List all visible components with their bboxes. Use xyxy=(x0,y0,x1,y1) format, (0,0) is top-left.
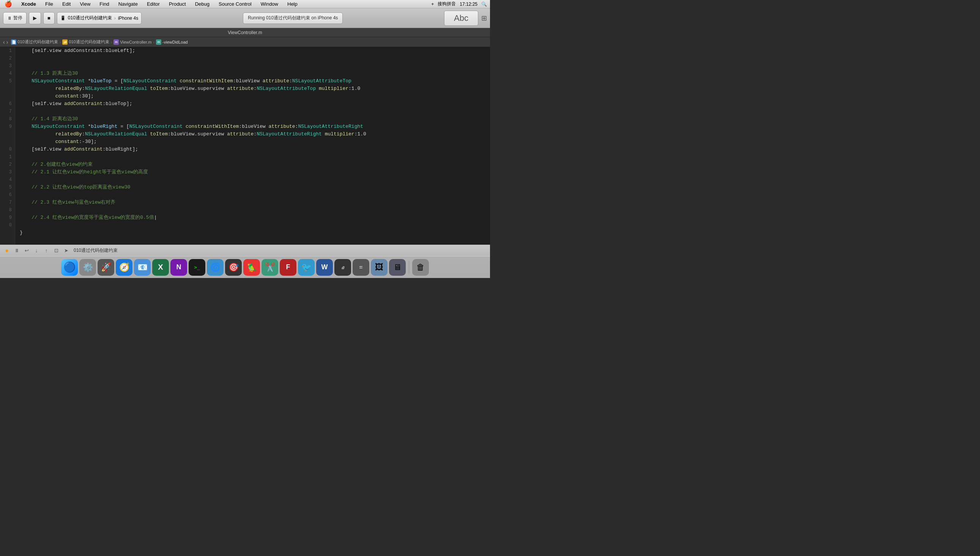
run-icon: ▶ xyxy=(33,15,37,21)
code-line-15: // 2.2 让红色view的top距离蓝色view30 xyxy=(20,184,490,191)
menu-bar-right: + 接狗拼音 17:12:25 🔍 xyxy=(431,1,487,7)
dock-safari[interactable]: 🧭 xyxy=(116,259,133,276)
breadcrumb-label-4: -viewDidLoad xyxy=(162,40,188,44)
status-text: Running 010通过代码创建约束 on iPhone 4s xyxy=(248,15,338,21)
menu-xcode[interactable]: Xcode xyxy=(20,1,37,7)
code-line-3 xyxy=(20,62,490,70)
menu-editor[interactable]: Editor xyxy=(145,1,161,7)
code-line-9: NSLayoutConstraint *blueRight = [NSLayou… xyxy=(20,123,490,131)
chevron-icon: › xyxy=(114,16,116,21)
code-line-8: // 1.4 距离右边30 xyxy=(20,115,490,123)
dock-app2[interactable]: 🎯 xyxy=(225,259,242,276)
code-editor[interactable]: 1 2 3 4 5 6 7 8 9 0 1 2 3 4 5 6 7 8 9 0 xyxy=(0,47,490,245)
scheme-icon: 📱 xyxy=(60,16,66,21)
menu-view[interactable]: View xyxy=(78,1,92,7)
input-method[interactable]: 接狗拼音 xyxy=(437,1,456,7)
dock-mail[interactable]: 📧 xyxy=(134,259,151,276)
code-line-9c: constant:-30]; xyxy=(20,138,490,145)
menu-file[interactable]: File xyxy=(44,1,55,7)
menu-window[interactable]: Window xyxy=(259,1,280,7)
code-line-13: // 2.1 让红色view的height等于蓝色view的高度 xyxy=(20,168,490,176)
dock-app4[interactable]: 🐦 xyxy=(298,259,315,276)
run-button[interactable]: ▶ xyxy=(29,12,41,24)
dock-filezilla[interactable]: F xyxy=(280,259,296,276)
add-button[interactable]: + xyxy=(431,2,434,7)
code-line-9b: relatedBy:NSLayoutRelationEqual toItem:b… xyxy=(20,131,490,138)
layout-icon[interactable]: ⊡ xyxy=(52,247,60,254)
dock-onenote[interactable]: N xyxy=(170,259,187,276)
dock-word[interactable]: W xyxy=(316,259,333,276)
breadcrumb-item-4[interactable]: m -viewDidLoad xyxy=(156,39,188,45)
stop-button[interactable]: ■ xyxy=(43,12,55,24)
dock-excel[interactable]: X xyxy=(152,259,169,276)
breadcrumb-item-2[interactable]: 📁 010通过代码创建约束 xyxy=(62,39,109,45)
dock-calculator[interactable]: = xyxy=(353,259,369,276)
breadcrumb-back[interactable]: ‹ xyxy=(3,39,5,45)
code-line-6: [self.view addConstraint:blueTop]; xyxy=(20,100,490,108)
dock-preview[interactable]: 🖼 xyxy=(371,259,387,276)
menu-source-control[interactable]: Source Control xyxy=(217,1,253,7)
menu-find[interactable]: Find xyxy=(98,1,110,7)
layout-toggle[interactable]: ⊞ xyxy=(481,14,487,23)
menu-debug[interactable]: Debug xyxy=(194,1,211,7)
breadcrumb-forward[interactable]: › xyxy=(6,39,8,45)
device-name: iPhone 4s xyxy=(118,16,138,21)
menu-navigate[interactable]: Navigate xyxy=(117,1,139,7)
line-numbers: 1 2 3 4 5 6 7 8 9 0 1 2 3 4 5 6 7 8 9 0 xyxy=(0,47,15,245)
dock-system-preferences[interactable]: ⚙️ xyxy=(79,259,96,276)
pause-bottom-icon[interactable]: ⏸ xyxy=(13,247,21,254)
code-line-19: // 2.4 红色view的宽度等于蓝色view的宽度的0.5倍| xyxy=(20,214,490,221)
pause-button[interactable]: ⏸ 暂停 xyxy=(3,12,27,24)
menu-bar: 🍎 Xcode File Edit View Find Navigate Edi… xyxy=(0,0,490,8)
dock-terminal[interactable]: >_ xyxy=(189,259,205,276)
code-line-2 xyxy=(20,55,490,62)
breadcrumb-item-3[interactable]: m ViewController.m xyxy=(113,39,151,45)
dock-launchpad[interactable]: 🚀 xyxy=(97,259,114,276)
dock-separator xyxy=(409,260,409,274)
folder-icon-2: 📁 xyxy=(62,39,68,45)
code-line-5: NSLayoutConstraint *blueTop = [NSLayoutC… xyxy=(20,78,490,85)
code-line-7 xyxy=(20,108,490,115)
dock-trash[interactable]: 🗑 xyxy=(412,259,429,276)
folder-icon-1: 📄 xyxy=(11,39,16,45)
code-line-16 xyxy=(20,191,490,199)
status-dot: ● xyxy=(3,247,11,254)
dock-finder[interactable]: 🔵 xyxy=(61,259,78,276)
apple-menu[interactable]: 🍎 xyxy=(3,0,14,8)
breadcrumb-bar: ‹ › 📄 010通过代码创建约束 › 📁 010通过代码创建约束 › m Vi… xyxy=(0,37,490,47)
status-bar-center: Running 010通过代码创建约束 on iPhone 4s xyxy=(144,13,442,24)
toolbar-right: Abc ⊞ xyxy=(444,11,487,26)
dock-app5[interactable]: 𝖆 xyxy=(334,259,351,276)
menu-product[interactable]: Product xyxy=(167,1,188,7)
breadcrumb-label-2: 010通过代码创建约束 xyxy=(69,39,109,45)
tab-filename[interactable]: ViewController.m xyxy=(228,30,262,35)
run-bottom-icon[interactable]: ➤ xyxy=(62,247,70,254)
dock-app6[interactable]: 🖥 xyxy=(389,259,406,276)
code-line-17: // 2.3 红色view与蓝色view右对齐 xyxy=(20,199,490,206)
code-line-14 xyxy=(20,176,490,184)
dock-app3[interactable]: ✂️ xyxy=(261,259,278,276)
menu-edit[interactable]: Edit xyxy=(61,1,72,7)
upload-icon[interactable]: ↑ xyxy=(42,247,50,254)
status-pill: Running 010通过代码创建约束 on iPhone 4s xyxy=(243,13,343,24)
method-icon: m xyxy=(156,39,161,45)
abc-label: Abc xyxy=(454,13,468,23)
pause-icon: ⏸ xyxy=(7,16,12,21)
download-icon[interactable]: ↓ xyxy=(32,247,40,254)
breadcrumb-item-1[interactable]: 📄 010通过代码创建约束 xyxy=(11,39,58,45)
dock: 🔵 ⚙️ 🚀 🧭 📧 X N >_ 🌀 🎯 🦜 xyxy=(0,256,490,278)
code-line-4: // 1.3 距离上边30 xyxy=(20,70,490,78)
clock: 17:12:25 xyxy=(460,2,478,7)
breadcrumb-label-3: ViewController.m xyxy=(120,40,151,44)
abc-widget: Abc xyxy=(444,11,478,26)
dock-parrot[interactable]: 🦜 xyxy=(243,259,260,276)
menu-help[interactable]: Help xyxy=(286,1,299,7)
scheme-selector[interactable]: 📱 010通过代码创建约束 › iPhone 4s xyxy=(57,12,142,24)
undo-icon[interactable]: ↩ xyxy=(23,247,30,254)
code-line-11 xyxy=(20,153,490,161)
code-line-5b: relatedBy:NSLayoutRelationEqual toItem:b… xyxy=(20,85,490,92)
dock-app1[interactable]: 🌀 xyxy=(207,259,224,276)
code-text[interactable]: [self.view addConstraint:blueLeft]; // 1… xyxy=(15,47,490,245)
search-icon[interactable]: 🔍 xyxy=(481,2,487,7)
code-line-10: [self.view addConstraint:blueRight]; xyxy=(20,145,490,153)
